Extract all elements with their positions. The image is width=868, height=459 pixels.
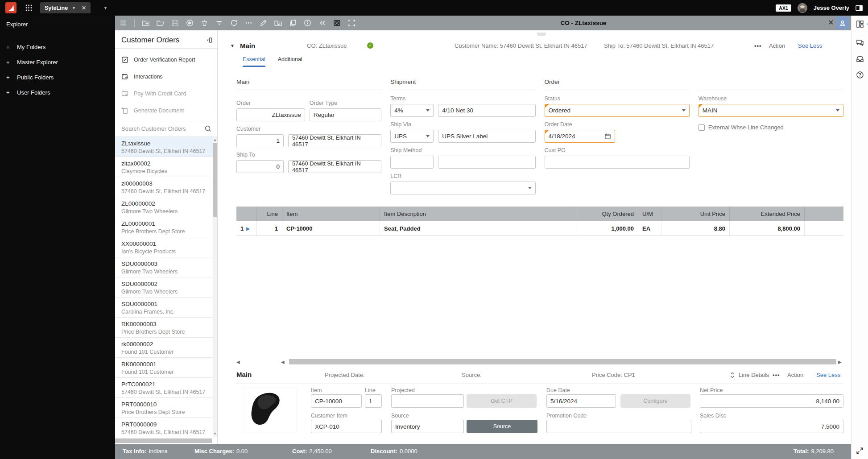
open-folder-icon[interactable] (157, 19, 164, 27)
collapse-left-icon[interactable] (318, 19, 326, 27)
cell-description[interactable]: Seat, Padded (380, 221, 576, 236)
detail-more-icon[interactable]: ••• (773, 372, 780, 378)
user-avatar[interactable] (798, 3, 807, 13)
tab-additional[interactable]: Additional (278, 56, 302, 67)
find-in-folder-icon[interactable] (274, 19, 282, 27)
expand-plus-icon[interactable]: + (6, 89, 17, 96)
action-order-verification-report[interactable]: Order Verification Report (115, 51, 217, 68)
scroll-left-icon[interactable]: ◀ (281, 360, 287, 364)
maximize-icon[interactable] (348, 19, 355, 27)
ship-to-number-field[interactable]: 0 (236, 160, 284, 173)
list-item[interactable]: PRT000000957460 Dewitt St, Elkhart IN 46… (115, 418, 213, 438)
cell-um[interactable]: EA (638, 221, 661, 236)
order-date-field[interactable]: 4/18/2024 (545, 130, 615, 143)
grid-header-qty[interactable]: Qty Ordered (576, 207, 638, 221)
scrollbar-thumb[interactable] (289, 359, 836, 364)
list-item[interactable]: zl0000000357460 Dewitt St, Elkhart IN 46… (115, 177, 213, 197)
external-whse-checkbox[interactable] (699, 124, 705, 131)
detail-see-less-link[interactable]: See Less (816, 372, 840, 378)
list-item[interactable]: SDU0000003Gilmore Two Wheelers (115, 257, 213, 277)
history-icon[interactable] (333, 19, 341, 27)
app-switcher-icon[interactable] (25, 4, 32, 11)
detail-action-menu[interactable]: Action (787, 372, 803, 378)
action-generate-document[interactable]: Generate Document (115, 102, 217, 119)
source-field[interactable]: Inventory (391, 420, 464, 433)
info-icon[interactable] (304, 19, 311, 27)
panel-toggle-icon[interactable] (856, 4, 863, 12)
list-item[interactable]: rk00000002Found 101 Customer (115, 338, 213, 358)
list-item[interactable]: zltax00002Claymore Bicycles (115, 157, 213, 177)
terms-select[interactable]: 4% (390, 104, 434, 117)
section-collapse-caret-icon[interactable]: ▼ (230, 43, 235, 48)
header-see-less-link[interactable]: See Less (798, 42, 822, 49)
scroll-up-icon[interactable]: ▲ (213, 138, 217, 142)
sales-disc-field[interactable]: 7.5000 (700, 420, 843, 433)
list-item[interactable]: PRT0000010Price Brothers Dept Store (115, 398, 213, 418)
action-interactions[interactable]: Interactions (115, 68, 217, 85)
lcr-select[interactable] (390, 182, 535, 194)
search-input[interactable] (121, 125, 204, 132)
panel-horizontal-scrollbar[interactable] (115, 438, 212, 443)
ship-method-select[interactable] (390, 156, 434, 169)
expand-workspace-icon[interactable] (856, 447, 864, 455)
tab-syteline[interactable]: SyteLine ▼ ✕ (40, 2, 91, 13)
window-close-icon[interactable]: ✕ (828, 18, 834, 27)
sidebar-item-master-explorer[interactable]: + Master Explorer (0, 54, 115, 70)
table-row[interactable]: 1▶ 1 CP-10000 Seat, Padded 1,000.00 EA 8… (236, 221, 843, 236)
infor-logo[interactable] (5, 2, 17, 13)
tab-chevron-down-icon[interactable]: ▼ (72, 6, 76, 10)
expand-plus-icon[interactable]: + (6, 74, 17, 81)
menu-icon[interactable] (120, 19, 127, 27)
list-item[interactable]: RK00000001Found 101 Customer (115, 358, 213, 378)
list-item[interactable]: ZLtaxissue57460 Dewitt St, Elkhart IN 46… (115, 137, 213, 157)
configure-button[interactable]: Configure (620, 394, 690, 408)
search-icon[interactable] (204, 125, 212, 132)
warehouse-select[interactable]: MAIN (699, 104, 843, 117)
tab-essential[interactable]: Essential (243, 56, 265, 67)
help-icon[interactable] (856, 71, 864, 79)
customer-address-field[interactable]: 57460 Dewitt St, Elkhart IN 46517 (288, 134, 381, 147)
scroll-down-icon[interactable]: ▼ (213, 432, 217, 436)
calendar-icon[interactable] (604, 133, 611, 140)
list-item[interactable]: RK00000003Price Brothers Dept Store (115, 318, 213, 338)
scroll-left-icon[interactable]: ◀ (236, 360, 246, 364)
save-icon[interactable] (171, 19, 179, 27)
projected-field[interactable] (391, 394, 464, 408)
list-item[interactable]: SDU0000001Carolina Frames, Inc. (115, 298, 213, 318)
line-details-sort-icon[interactable] (730, 372, 735, 378)
order-field[interactable]: ZLtaxissue (236, 108, 305, 121)
grid-header-line[interactable]: Line (257, 207, 282, 221)
form-drag-handle[interactable] (537, 33, 546, 36)
delete-icon[interactable] (201, 19, 208, 27)
cell-ext-price[interactable]: 8,800.00 (730, 221, 805, 236)
ship-via-description-field[interactable]: UPS Silver Label (438, 130, 535, 143)
line-field[interactable]: 1 (365, 394, 382, 408)
get-ctp-button[interactable]: Get CTP (467, 394, 537, 408)
open-in-new-folder-icon[interactable] (142, 19, 149, 27)
widgets-icon[interactable] (856, 20, 864, 28)
chat-icon[interactable] (856, 39, 864, 47)
cell-qty[interactable]: 1,000.00 (576, 221, 638, 236)
row-selector-cell[interactable]: 1▶ (236, 221, 257, 236)
header-action-menu[interactable]: Action (769, 42, 785, 49)
item-field[interactable]: CP-10000 (311, 394, 362, 408)
expand-plus-icon[interactable]: + (6, 59, 17, 66)
list-item[interactable]: ZL00000002Gilmore Two Wheelers (115, 197, 213, 217)
grid-header-item[interactable]: Item (282, 207, 380, 221)
cell-unit-price[interactable]: 8.80 (661, 221, 730, 236)
new-record-icon[interactable] (186, 19, 194, 27)
ship-to-address-field[interactable]: 57460 Dewitt St, Elkhart IN 46517 (288, 160, 381, 173)
header-more-icon[interactable]: ••• (754, 42, 762, 49)
list-item[interactable]: PrTC00002157460 Dewitt St, Elkhart IN 46… (115, 378, 213, 398)
list-item[interactable]: ZL00000001Price Brothers Dept Store (115, 217, 213, 237)
tab-close-icon[interactable]: ✕ (82, 5, 86, 11)
order-type-field[interactable]: Regular (310, 108, 381, 121)
action-pay-with-credit-card[interactable]: Pay With Credit Card (115, 85, 217, 102)
grid-header-ext-price[interactable]: Extended Price (730, 207, 805, 221)
more-actions-icon[interactable] (245, 19, 252, 27)
copy-icon[interactable] (289, 19, 297, 27)
ship-via-select[interactable]: UPS (390, 130, 434, 143)
customer-number-field[interactable]: 1 (236, 134, 284, 147)
line-details-link[interactable]: Line Details (739, 372, 769, 378)
list-scrollbar[interactable]: ▲ ▼ (213, 137, 217, 437)
